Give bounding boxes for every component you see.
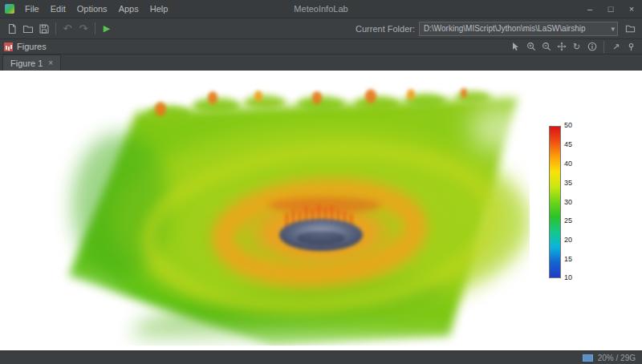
storm-eye	[279, 219, 363, 251]
minimize-button[interactable]: –	[579, 0, 600, 18]
colorbar-tick: 50	[564, 122, 572, 129]
colorbar	[549, 126, 561, 278]
menu-options[interactable]: Options	[71, 0, 113, 18]
toolbar-separator	[95, 22, 95, 34]
app-icon	[5, 4, 14, 14]
detach-panel-button[interactable]: ↗	[609, 40, 623, 53]
colorbar-tick: 30	[564, 199, 572, 206]
figures-panel-title: Figures	[17, 42, 47, 51]
menu-apps[interactable]: Apps	[113, 0, 144, 18]
toolbar-separator	[55, 22, 56, 34]
window-title: MeteoInfoLab	[294, 4, 347, 14]
zoom-out-icon	[542, 42, 551, 51]
browse-folder-button[interactable]	[622, 21, 638, 37]
colorbar-tick: 40	[564, 160, 572, 168]
info-button[interactable]	[585, 40, 599, 53]
info-icon	[587, 42, 597, 51]
app-window: File Edit Options Apps Help MeteoInfoLab…	[0, 0, 642, 364]
colorbar-tick: 15	[564, 256, 572, 263]
run-button[interactable]: ▶	[99, 21, 115, 37]
save-button[interactable]	[36, 21, 52, 37]
zoom-out-button[interactable]	[539, 40, 553, 53]
colorbar-tick: 20	[564, 237, 572, 244]
open-button[interactable]	[20, 21, 36, 37]
figure-canvas: 50 45 40 35 30 25 20 15 10	[0, 71, 642, 350]
close-button[interactable]: ×	[621, 0, 642, 18]
figure-tab-bar: Figure 1 ×	[0, 54, 642, 71]
save-icon	[39, 23, 50, 34]
figure-tools-separator	[603, 41, 604, 53]
colorbar-tick: 35	[564, 180, 572, 187]
colorbar-tick: 10	[564, 274, 572, 281]
undo-button[interactable]: ↶	[59, 21, 75, 37]
menu-file[interactable]: File	[19, 0, 45, 18]
window-controls: – □ ×	[579, 0, 642, 18]
menu-edit[interactable]: Edit	[45, 0, 71, 18]
memory-progress-bar	[583, 354, 593, 362]
tab-figure-1[interactable]: Figure 1 ×	[2, 55, 61, 71]
current-folder-label: Current Folder:	[356, 24, 415, 34]
maximize-button[interactable]: □	[600, 0, 621, 18]
move-icon	[557, 42, 567, 51]
current-folder-path: D:\Working\MIScript\Jython\mis\LaSW\airs…	[424, 24, 608, 33]
redo-button[interactable]: ↷	[75, 21, 91, 37]
current-folder-group: Current Folder: D:\Working\MIScript\Jyth…	[356, 21, 638, 37]
memory-usage-text: 20% / 29G	[598, 354, 636, 362]
rotate-button[interactable]: ↻	[570, 40, 583, 53]
figure-tools: ↻ ↗	[509, 40, 638, 53]
volume-render-3d	[48, 85, 530, 346]
new-script-button[interactable]	[4, 21, 20, 37]
titlebar: File Edit Options Apps Help MeteoInfoLab…	[0, 0, 642, 18]
pan-button[interactable]	[555, 40, 568, 53]
toolbar: ↶ ↷ ▶ Current Folder: D:\Working\MIScrip…	[0, 18, 642, 38]
chevron-down-icon: ▾	[611, 25, 615, 33]
colorbar-tick: 45	[564, 141, 572, 148]
figures-panel-header: Figures ↻	[0, 38, 642, 54]
zoom-in-icon	[526, 42, 536, 51]
select-cursor-button[interactable]	[509, 40, 522, 53]
pin-panel-button[interactable]	[624, 40, 638, 53]
colorbar-tick: 25	[564, 217, 572, 224]
pin-icon	[627, 42, 636, 51]
zoom-in-button[interactable]	[524, 40, 538, 53]
new-file-icon	[6, 23, 18, 34]
tab-close-icon[interactable]: ×	[48, 59, 53, 67]
figures-panel-icon	[4, 42, 13, 51]
menu-help[interactable]: Help	[144, 0, 174, 18]
open-folder-icon	[22, 23, 34, 34]
tab-label: Figure 1	[10, 59, 43, 68]
statusbar: 20% / 29G	[0, 350, 642, 364]
current-folder-combo[interactable]: D:\Working\MIScript\Jython\mis\LaSW\airs…	[419, 22, 618, 36]
folder-icon	[625, 23, 636, 34]
cursor-arrow-icon	[511, 42, 520, 51]
